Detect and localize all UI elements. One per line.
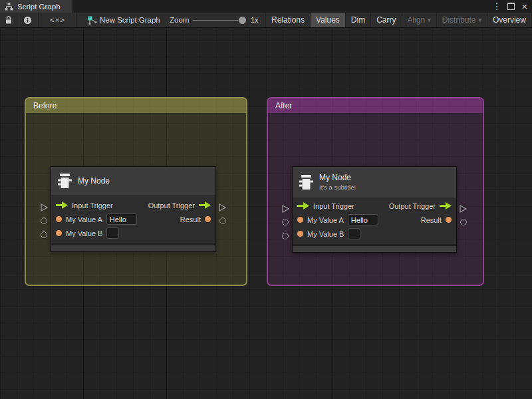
group-title: After bbox=[275, 101, 292, 110]
relations-button[interactable]: Relations bbox=[265, 13, 310, 27]
title-bar: Script Graph ⋮ × bbox=[0, 0, 532, 13]
distribute-label: Distribute bbox=[442, 15, 476, 25]
unit-node-icon bbox=[58, 174, 72, 188]
external-value-input-port[interactable] bbox=[41, 231, 47, 238]
external-control-output-port[interactable] bbox=[219, 202, 226, 214]
unit-node-icon bbox=[299, 175, 313, 190]
value-b-field[interactable] bbox=[106, 227, 119, 239]
port-label: Result bbox=[180, 215, 201, 223]
value-port-icon[interactable] bbox=[446, 217, 452, 223]
port-label: My Value B bbox=[66, 229, 102, 237]
value-a-field[interactable]: Hello bbox=[106, 213, 137, 225]
node-body: Input Trigger Output Trigger My Value A … bbox=[293, 198, 456, 244]
node-title: My Node bbox=[319, 174, 356, 182]
node-my-node-before[interactable]: My Node Input Trigger Output Trigger My … bbox=[51, 166, 216, 252]
port-label: Output Trigger bbox=[148, 201, 195, 209]
graph-toolbar: <×> New Script Graph Zoom 1x Relations V… bbox=[0, 13, 532, 28]
script-graph-asset-icon bbox=[86, 13, 98, 27]
node-body: Input Trigger Output Trigger My Value A … bbox=[51, 195, 215, 243]
info-icon bbox=[23, 16, 32, 25]
maximize-icon[interactable] bbox=[506, 1, 515, 12]
port-label: Result bbox=[421, 216, 442, 224]
graph-name-label[interactable]: New Script Graph bbox=[100, 13, 160, 27]
node-my-node-after[interactable]: My Node It's a subtitle! Input Trigger O… bbox=[292, 166, 457, 253]
node-footer bbox=[293, 244, 456, 252]
toolbar-right-group: Relations Values Dim Carry Align ▾ Distr… bbox=[265, 13, 532, 27]
external-value-input-port[interactable] bbox=[282, 233, 289, 239]
external-value-input-port[interactable] bbox=[41, 217, 47, 224]
external-control-input-port[interactable] bbox=[282, 203, 289, 215]
value-port-icon[interactable] bbox=[205, 216, 211, 222]
carry-button[interactable]: Carry bbox=[370, 13, 401, 27]
external-control-output-port[interactable] bbox=[460, 203, 467, 215]
node-subtitle: It's a subtitle! bbox=[319, 184, 356, 191]
graph-canvas[interactable]: Before After My Node bbox=[0, 28, 532, 399]
external-value-input-port[interactable] bbox=[282, 219, 289, 225]
close-icon[interactable]: × bbox=[520, 1, 529, 12]
port-row: Input Trigger Output Trigger bbox=[51, 198, 215, 212]
dim-button[interactable]: Dim bbox=[345, 13, 370, 27]
port-label: Input Trigger bbox=[72, 201, 113, 209]
control-output-arrow-icon[interactable] bbox=[440, 202, 452, 209]
tab-script-graph[interactable]: Script Graph bbox=[0, 0, 73, 13]
lock-icon bbox=[5, 15, 13, 25]
port-label: My Value B bbox=[307, 230, 344, 238]
node-header[interactable]: My Node It's a subtitle! bbox=[293, 167, 456, 198]
control-input-arrow-icon[interactable] bbox=[297, 202, 309, 209]
group-title: Before bbox=[33, 101, 57, 110]
maximize-square bbox=[507, 3, 515, 10]
external-value-output-port[interactable] bbox=[460, 219, 467, 225]
value-port-icon[interactable] bbox=[56, 216, 62, 222]
group-before-header[interactable]: Before bbox=[26, 98, 246, 113]
control-input-arrow-icon[interactable] bbox=[56, 201, 68, 209]
values-button[interactable]: Values bbox=[310, 13, 345, 27]
port-label: My Value A bbox=[307, 216, 344, 224]
graph-hierarchy-icon bbox=[5, 3, 13, 11]
window-menu-icon[interactable]: ⋮ bbox=[492, 1, 501, 12]
value-port-icon[interactable] bbox=[297, 231, 303, 237]
value-b-field[interactable] bbox=[348, 228, 360, 239]
align-label: Align bbox=[408, 15, 426, 25]
info-button[interactable] bbox=[17, 13, 38, 27]
node-header[interactable]: My Node bbox=[51, 167, 215, 195]
distribute-dropdown[interactable]: Distribute ▾ bbox=[436, 13, 487, 27]
port-row: My Value A Hello Result bbox=[51, 212, 215, 226]
control-output-arrow-icon[interactable] bbox=[199, 201, 211, 209]
node-title: My Node bbox=[78, 177, 110, 186]
value-port-icon[interactable] bbox=[297, 217, 303, 223]
zoom-label: Zoom bbox=[170, 13, 189, 27]
port-label: My Value A bbox=[66, 215, 102, 223]
port-row: Input Trigger Output Trigger bbox=[293, 199, 456, 213]
code-view-button[interactable]: <×> bbox=[39, 13, 76, 27]
align-dropdown[interactable]: Align ▾ bbox=[402, 13, 436, 27]
group-after-header[interactable]: After bbox=[268, 98, 483, 113]
node-footer bbox=[51, 243, 215, 251]
port-row: My Value B bbox=[293, 227, 456, 241]
external-control-input-port[interactable] bbox=[41, 202, 48, 214]
tab-title: Script Graph bbox=[17, 3, 61, 11]
zoom-value: 1x bbox=[251, 13, 259, 27]
chevron-down-icon: ▾ bbox=[428, 17, 431, 23]
port-label: Output Trigger bbox=[389, 202, 436, 210]
toolbar-separator bbox=[76, 13, 77, 27]
lock-button[interactable] bbox=[0, 13, 17, 27]
value-port-icon[interactable] bbox=[56, 230, 62, 236]
overview-button[interactable]: Overview bbox=[487, 13, 531, 27]
port-label: Input Trigger bbox=[313, 202, 354, 210]
zoom-slider-handle[interactable] bbox=[239, 17, 246, 24]
chevron-down-icon: ▾ bbox=[478, 17, 481, 23]
port-row: My Value A Hello Result bbox=[293, 213, 456, 227]
value-a-field[interactable]: Hello bbox=[348, 214, 378, 225]
zoom-slider-track[interactable] bbox=[193, 20, 245, 21]
port-row: My Value B bbox=[51, 226, 215, 240]
external-value-output-port[interactable] bbox=[219, 217, 226, 224]
